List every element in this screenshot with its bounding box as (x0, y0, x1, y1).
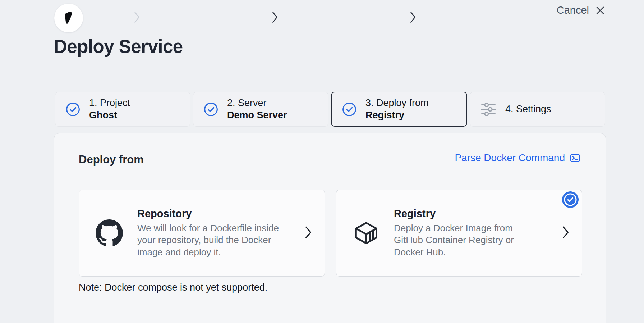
deploy-from-panel: Deploy from Parse Docker Command (54, 133, 606, 323)
cancel-button[interactable]: Cancel (557, 4, 606, 16)
wizard-stepper: 1. Project Ghost 2. Server Demo Server (55, 92, 605, 127)
terminal-icon (570, 153, 581, 164)
parse-docker-command-link[interactable]: Parse Docker Command (455, 152, 581, 164)
repository-card[interactable]: Repository We will look for a Dockerfile… (79, 190, 325, 277)
step-project[interactable]: 1. Project Ghost (55, 92, 190, 127)
step-label: 1. Project (89, 97, 130, 109)
header-divider (54, 79, 606, 79)
chevron-right-icon (304, 226, 312, 241)
check-circle-icon (342, 102, 357, 117)
step-server[interactable]: 2. Server Demo Server (193, 92, 328, 127)
step-value: Ghost (89, 109, 130, 121)
step-value: Registry (365, 109, 429, 121)
step-deploy-from[interactable]: 3. Deploy from Registry (331, 92, 467, 127)
panel-divider (79, 317, 582, 317)
card-title: Registry (394, 208, 538, 220)
check-circle-icon (65, 102, 80, 117)
sliders-icon (480, 102, 497, 117)
step-label: 3. Deploy from (365, 97, 429, 109)
step-label: 4. Settings (505, 103, 551, 115)
registry-card[interactable]: Registry Deploy a Docker Image from GitH… (336, 190, 582, 277)
chevron-right-icon (410, 10, 416, 26)
cancel-label: Cancel (557, 4, 589, 16)
deploy-service-dialog: Cancel Deploy Service 1. Projec (0, 0, 644, 323)
parse-docker-command-label: Parse Docker Command (455, 152, 565, 164)
card-title: Repository (137, 208, 290, 220)
page-title: Deploy Service (54, 36, 183, 57)
flag-logo-icon (59, 9, 78, 27)
compose-note: Note: Docker compose is not yet supporte… (79, 282, 267, 293)
close-icon[interactable] (595, 5, 606, 16)
panel-heading: Deploy from (79, 153, 144, 166)
card-description: Deploy a Docker Image from GitHub Contai… (394, 222, 538, 258)
card-description: We will look for a Dockerfile inside you… (137, 222, 290, 258)
step-value: Demo Server (227, 109, 287, 121)
deploy-source-cards: Repository We will look for a Dockerfile… (79, 190, 583, 277)
step-settings[interactable]: 4. Settings (470, 92, 605, 127)
container-cube-icon (353, 220, 380, 246)
chevron-right-icon (562, 226, 570, 241)
chevron-right-icon (134, 10, 140, 26)
app-logo (54, 4, 83, 32)
check-circle-icon (203, 102, 218, 117)
github-icon (96, 219, 123, 247)
step-label: 2. Server (227, 97, 287, 109)
chevron-right-icon (272, 10, 278, 26)
check-badge-icon (562, 191, 579, 208)
